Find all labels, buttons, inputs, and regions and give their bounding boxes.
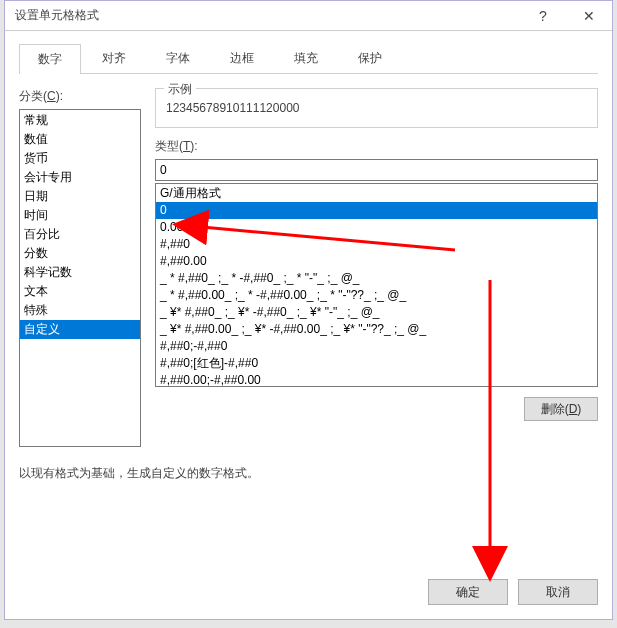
type-input[interactable]	[155, 159, 598, 181]
dialog-footer: 确定 取消	[428, 579, 598, 605]
dialog-title: 设置单元格格式	[15, 7, 520, 24]
category-item[interactable]: 常规	[20, 111, 140, 130]
category-item[interactable]: 特殊	[20, 301, 140, 320]
category-item[interactable]: 货币	[20, 149, 140, 168]
type-item[interactable]: #,##0.00	[156, 253, 597, 270]
type-item[interactable]: #,##0.00;-#,##0.00	[156, 372, 597, 387]
tab-5[interactable]: 保护	[339, 43, 401, 73]
window-frame: 设置单元格格式 ? ✕ 数字对齐字体边框填充保护 分类(C): 常规数值货币会计…	[0, 0, 617, 628]
tab-0[interactable]: 数字	[19, 44, 81, 74]
help-button[interactable]: ?	[520, 1, 566, 31]
type-item[interactable]: #,##0	[156, 236, 597, 253]
ok-button[interactable]: 确定	[428, 579, 508, 605]
titlebar: 设置单元格格式 ? ✕	[5, 1, 612, 31]
tab-strip: 数字对齐字体边框填充保护	[19, 43, 598, 74]
example-value: 12345678910111120000	[166, 97, 587, 115]
dialog-body: 数字对齐字体边框填充保护 分类(C): 常规数值货币会计专用日期时间百分比分数科…	[5, 31, 612, 494]
type-item[interactable]: _ ¥* #,##0_ ;_ ¥* -#,##0_ ;_ ¥* "-"_ ;_ …	[156, 304, 597, 321]
type-label: 类型(T):	[155, 138, 598, 155]
detail-column: 示例 12345678910111120000 类型(T): G/通用格式00.…	[155, 88, 598, 447]
tab-4[interactable]: 填充	[275, 43, 337, 73]
close-icon: ✕	[583, 8, 595, 24]
type-item[interactable]: #,##0;[红色]-#,##0	[156, 355, 597, 372]
category-item[interactable]: 会计专用	[20, 168, 140, 187]
type-item[interactable]: _ ¥* #,##0.00_ ;_ ¥* -#,##0.00_ ;_ ¥* "-…	[156, 321, 597, 338]
tab-2[interactable]: 字体	[147, 43, 209, 73]
example-legend: 示例	[164, 81, 196, 98]
category-column: 分类(C): 常规数值货币会计专用日期时间百分比分数科学记数文本特殊自定义	[19, 88, 141, 447]
type-item[interactable]: 0	[156, 202, 597, 219]
category-item[interactable]: 自定义	[20, 320, 140, 339]
type-list[interactable]: G/通用格式00.00#,##0#,##0.00_ * #,##0_ ;_ * …	[155, 183, 598, 387]
number-panel: 分类(C): 常规数值货币会计专用日期时间百分比分数科学记数文本特殊自定义 示例…	[19, 74, 598, 447]
type-item[interactable]: 0.00	[156, 219, 597, 236]
delete-row: 删除(D)	[155, 397, 598, 421]
category-item[interactable]: 百分比	[20, 225, 140, 244]
category-item[interactable]: 时间	[20, 206, 140, 225]
type-item[interactable]: #,##0;-#,##0	[156, 338, 597, 355]
category-item[interactable]: 分数	[20, 244, 140, 263]
close-button[interactable]: ✕	[566, 1, 612, 31]
type-item[interactable]: _ * #,##0.00_ ;_ * -#,##0.00_ ;_ * "-"??…	[156, 287, 597, 304]
category-list[interactable]: 常规数值货币会计专用日期时间百分比分数科学记数文本特殊自定义	[19, 109, 141, 447]
category-item[interactable]: 科学记数	[20, 263, 140, 282]
category-item[interactable]: 日期	[20, 187, 140, 206]
tab-1[interactable]: 对齐	[83, 43, 145, 73]
example-group: 示例 12345678910111120000	[155, 88, 598, 128]
category-label: 分类(C):	[19, 88, 141, 105]
type-item[interactable]: _ * #,##0_ ;_ * -#,##0_ ;_ * "-"_ ;_ @_	[156, 270, 597, 287]
help-icon: ?	[539, 8, 547, 24]
category-item[interactable]: 数值	[20, 130, 140, 149]
type-item[interactable]: G/通用格式	[156, 185, 597, 202]
hint-text: 以现有格式为基础，生成自定义的数字格式。	[19, 465, 598, 482]
cancel-button[interactable]: 取消	[518, 579, 598, 605]
category-item[interactable]: 文本	[20, 282, 140, 301]
tab-3[interactable]: 边框	[211, 43, 273, 73]
delete-button[interactable]: 删除(D)	[524, 397, 598, 421]
dialog: 设置单元格格式 ? ✕ 数字对齐字体边框填充保护 分类(C): 常规数值货币会计…	[4, 0, 613, 620]
